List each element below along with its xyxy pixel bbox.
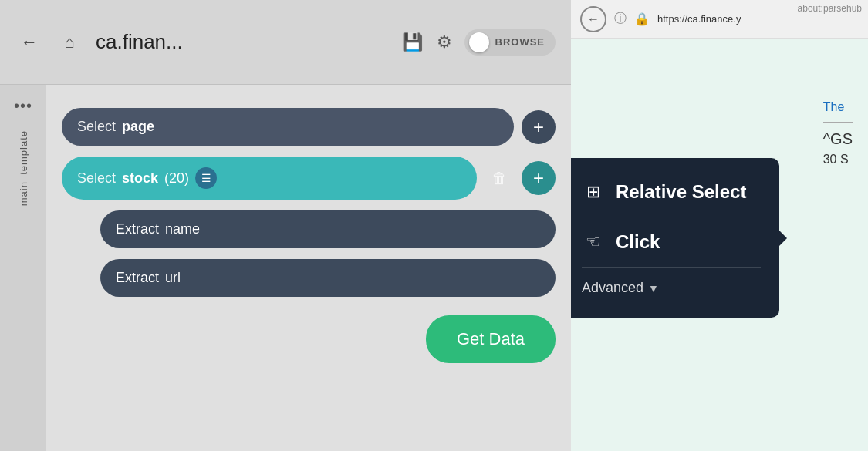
select-page-block[interactable]: Select page	[62, 108, 514, 146]
left-panel: ← ⌂ ca.finan... 💾 ⚙ BROWSE ••• main_temp…	[0, 0, 571, 451]
home-button[interactable]: ⌂	[56, 29, 83, 56]
browser-underline	[823, 122, 853, 123]
select-page-keyword: Select	[77, 119, 116, 135]
extract-url-keyword: Extract	[116, 270, 159, 286]
top-bar: ← ⌂ ca.finan... 💾 ⚙ BROWSE	[0, 0, 571, 85]
toolbar-icons: 💾 ⚙	[402, 32, 452, 52]
click-label: Click	[616, 231, 660, 253]
select-stock-block[interactable]: Select stock (20) ☰	[62, 157, 477, 200]
extract-url-block[interactable]: Extract url	[100, 259, 556, 297]
right-panel: about:parsehub ← ⓘ 🔒 https://ca.finance.…	[571, 0, 868, 451]
get-data-container: Get Data	[62, 315, 556, 363]
canvas-area: Select page + Select stock (20) ☰ 🗑 +	[46, 85, 571, 451]
popup-tooltip: ⊞ Relative Select ☜ Click Advanced ▼	[571, 158, 779, 318]
save-icon[interactable]: 💾	[402, 32, 423, 52]
sidebar-template-label: main_template	[18, 130, 29, 206]
advanced-arrow-icon: ▼	[648, 282, 659, 294]
home-icon: ⌂	[64, 32, 74, 52]
toggle-circle	[469, 32, 489, 52]
back-button[interactable]: ←	[15, 29, 43, 56]
extract-name-value: name	[165, 221, 200, 237]
select-stock-keyword: Select	[77, 170, 116, 187]
extract-name-keyword: Extract	[116, 221, 159, 237]
extract-name-row: Extract name	[100, 210, 556, 248]
relative-select-label: Relative Select	[616, 181, 746, 203]
select-page-value: page	[122, 119, 154, 135]
select-stock-row: Select stock (20) ☰ 🗑 +	[62, 157, 556, 200]
extract-name-block[interactable]: Extract name	[100, 210, 556, 248]
browser-lock-icon: 🔒	[634, 12, 650, 26]
select-stock-count: (20)	[164, 170, 189, 187]
delete-stock-button[interactable]: 🗑	[485, 163, 514, 193]
sidebar-strip: ••• main_template	[0, 85, 46, 451]
browse-label: BROWSE	[495, 36, 545, 48]
extract-url-value: url	[165, 270, 181, 286]
click-item[interactable]: ☜ Click	[582, 224, 761, 261]
click-icon: ☜	[582, 232, 605, 252]
back-icon: ←	[21, 32, 38, 52]
popup-divider-2	[582, 267, 761, 268]
browser-text-line-1: The	[823, 100, 853, 114]
browser-back-button[interactable]: ←	[580, 6, 606, 32]
add-page-button[interactable]: +	[522, 110, 556, 144]
select-page-row: Select page +	[62, 108, 556, 146]
browser-back-icon: ←	[587, 12, 599, 26]
site-title: ca.finan...	[96, 30, 390, 54]
main-content: ••• main_template Select page + Select s…	[0, 85, 571, 451]
settings-icon[interactable]: ⚙	[437, 32, 452, 52]
browser-text-line-3: 30 S	[823, 153, 853, 167]
advanced-label: Advanced	[582, 280, 643, 296]
browser-content: ⊞ Relative Select ☜ Click Advanced ▼ The…	[571, 39, 868, 451]
extract-url-row: Extract url	[100, 259, 556, 297]
select-stock-value: stock	[122, 170, 158, 187]
browse-toggle[interactable]: BROWSE	[464, 29, 556, 56]
address-bar-title: about:parsehub	[792, 0, 868, 17]
browser-text-line-2: ^GS	[823, 130, 853, 148]
get-data-button[interactable]: Get Data	[426, 315, 556, 363]
add-stock-button[interactable]: +	[522, 161, 556, 195]
relative-select-item[interactable]: ⊞ Relative Select	[582, 173, 761, 210]
list-icon: ☰	[195, 167, 217, 189]
sidebar-dots: •••	[14, 97, 32, 115]
advanced-item[interactable]: Advanced ▼	[582, 274, 761, 302]
relative-select-icon: ⊞	[582, 182, 605, 202]
browser-info-icon: ⓘ	[614, 11, 627, 27]
popup-divider	[582, 217, 761, 217]
